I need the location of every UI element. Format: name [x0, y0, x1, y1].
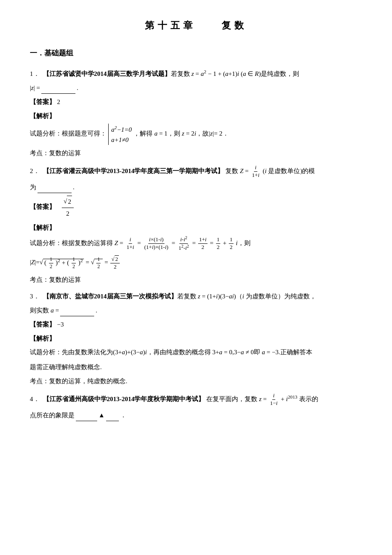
problem-3-text: 【南京市、盐城市2014届高三第一次模拟考试】若复数 z = (1+i)(3−a… — [43, 291, 363, 302]
page-title: 第十五章 复数 — [30, 17, 362, 34]
problem-2-answer: 【答案】 √2 2 — [30, 196, 362, 220]
problem-1-keypoint: 考点：复数的运算 — [30, 147, 362, 159]
problem-2-text: 【江苏省灌云高级中学2013-2014学年度高三第一学期期中考试】 复数 Z =… — [43, 164, 363, 179]
problem-1-analysis-tag: 【解析】 — [30, 110, 362, 122]
problem-1: 1． 【江苏省诚贤中学2014届高三数学月考试题】若复数 z = a2 − 1 … — [30, 67, 362, 159]
problem-3-question-cont: 则实数 a =. — [30, 305, 362, 316]
problem-2-formula: |Z|=√( 12 )2 + ( 12 )2 = √12 = √22 — [30, 255, 362, 271]
problem-4-text: 【江苏省通州高级中学2013-2014学年度秋学期期中考试】 在复平面内，复数 … — [43, 392, 363, 407]
problem-1-question-cont: |z| =. — [30, 82, 362, 94]
problem-3-keypoint: 考点：复数的运算，纯虚数的概念. — [30, 376, 362, 387]
problem-4-number: 4． — [30, 393, 40, 405]
problem-1-answer: 【答案】 2 — [30, 96, 362, 108]
problem-3-analysis-tag: 【解析】 — [30, 333, 362, 344]
problem-1-analysis: 试题分析：根据题意可得：a2−1=0a+1≠0，解得 a = 1，则 z = 2… — [30, 124, 362, 145]
problem-1-text: 【江苏省诚贤中学2014届高三数学月考试题】若复数 z = a2 − 1 + (… — [43, 67, 363, 80]
problem-2-analysis: 试题分析：根据复数的运算得 Z = i1+i = i×(1-i)(1+i)×(1… — [30, 235, 362, 252]
problem-2-question-cont: 为. — [30, 182, 362, 193]
problem-4-question-cont: 点所在的象限是▲． — [30, 410, 362, 421]
problem-1-number: 1． — [30, 68, 40, 80]
problem-2-number: 2． — [30, 165, 40, 177]
section-header: 一．基础题组 — [30, 47, 362, 60]
problem-3-analysis-2: 题需正确理解纯虚数概念. — [30, 361, 362, 373]
problem-2: 2． 【江苏省灌云高级中学2013-2014学年度高三第一学期期中考试】 复数 … — [30, 164, 362, 286]
problem-2-analysis-tag: 【解析】 — [30, 222, 362, 234]
problem-3-answer: 【答案】 −3 — [30, 319, 362, 330]
problem-2-keypoint: 考点：复数的运算 — [30, 274, 362, 286]
problem-3: 3． 【南京市、盐城市2014届高三第一次模拟考试】若复数 z = (1+i)(… — [30, 291, 362, 387]
problem-3-number: 3． — [30, 291, 40, 302]
problem-3-analysis: 试题分析：先由复数乘法化为(3+a)+(3−a)i，再由纯虚数的概念得 3+a … — [30, 346, 362, 358]
problem-4: 4． 【江苏省通州高级中学2013-2014学年度秋学期期中考试】 在复平面内，… — [30, 392, 362, 421]
